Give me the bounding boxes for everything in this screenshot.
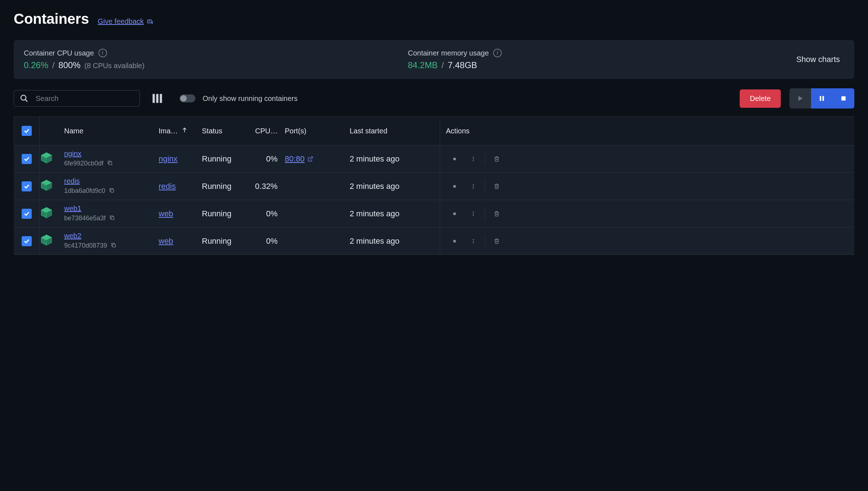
row-more-button[interactable] xyxy=(465,178,482,195)
stop-icon xyxy=(452,211,457,217)
copy-icon xyxy=(107,160,113,166)
divider xyxy=(485,180,485,193)
copy-hash-button[interactable] xyxy=(111,241,116,250)
more-icon xyxy=(470,211,476,217)
svg-rect-4 xyxy=(156,94,158,103)
svg-point-42 xyxy=(473,212,474,213)
bulk-pause-button[interactable] xyxy=(811,88,833,109)
cpu-total: 800% xyxy=(58,60,80,70)
copy-hash-button[interactable] xyxy=(107,159,113,168)
bulk-action-group xyxy=(789,88,854,109)
row-delete-button[interactable] xyxy=(488,205,505,222)
search-box[interactable] xyxy=(14,90,140,107)
bulk-stop-button[interactable] xyxy=(833,88,854,109)
show-charts-button[interactable]: Show charts xyxy=(792,52,844,67)
col-header-ports[interactable]: Port(s) xyxy=(285,127,350,135)
table-row: web2 9c4170d08739 web Running 0% 2 minut… xyxy=(14,227,854,255)
give-feedback-link[interactable]: Give feedback xyxy=(98,17,153,26)
table-row: nginx 6fe9920cb0df nginx Running 0% 80:8… xyxy=(14,145,854,173)
bulk-play-button[interactable] xyxy=(789,88,811,109)
container-hash: be73846e5a3f xyxy=(64,214,106,222)
svg-rect-29 xyxy=(111,189,114,192)
status-value: Running xyxy=(202,182,252,191)
toolbar: Only show running containers Delete xyxy=(14,88,854,109)
container-hash: 6fe9920cb0df xyxy=(64,160,103,167)
col-header-status[interactable]: Status xyxy=(202,127,252,135)
cpu-note: (8 CPUs available) xyxy=(84,62,145,70)
stats-panel: Container CPU usage i 0.26% / 800% (8 CP… xyxy=(14,40,854,79)
cpu-used: 0.26% xyxy=(24,60,48,70)
svg-point-33 xyxy=(473,187,474,189)
container-name-link[interactable]: redis xyxy=(64,177,159,185)
external-link-icon xyxy=(307,156,313,162)
columns-button[interactable] xyxy=(149,90,167,107)
row-checkbox[interactable] xyxy=(22,209,32,219)
port-link[interactable]: 80:80 xyxy=(285,154,313,164)
svg-marker-6 xyxy=(798,96,803,101)
info-icon[interactable]: i xyxy=(493,49,502,57)
check-icon xyxy=(23,127,30,134)
row-delete-button[interactable] xyxy=(488,178,505,195)
svg-rect-9 xyxy=(841,96,846,101)
info-icon[interactable]: i xyxy=(98,49,107,57)
row-checkbox[interactable] xyxy=(22,236,32,246)
row-delete-button[interactable] xyxy=(488,150,505,168)
cpu-value: 0.32% xyxy=(252,182,285,191)
container-name-link[interactable]: web2 xyxy=(64,232,159,240)
col-header-name[interactable]: Name xyxy=(61,127,159,135)
row-more-button[interactable] xyxy=(465,205,482,222)
trash-icon xyxy=(494,238,500,244)
cpu-stat: Container CPU usage i 0.26% / 800% (8 CP… xyxy=(24,49,408,70)
col-header-actions-label: Actions xyxy=(446,127,470,135)
copy-hash-button[interactable] xyxy=(109,213,115,223)
row-stop-button[interactable] xyxy=(446,205,463,222)
image-link[interactable]: web xyxy=(159,209,173,218)
containers-table: Name Ima… Status CPU… Port(s) Last start… xyxy=(14,116,854,255)
svg-rect-8 xyxy=(823,96,824,101)
row-checkbox[interactable] xyxy=(22,154,32,164)
row-delete-button[interactable] xyxy=(488,233,505,250)
stop-icon xyxy=(452,156,457,162)
container-name-link[interactable]: nginx xyxy=(64,150,159,158)
feedback-icon xyxy=(147,18,153,25)
more-icon xyxy=(470,183,476,189)
row-more-button[interactable] xyxy=(465,150,482,168)
divider xyxy=(485,235,485,248)
svg-line-18 xyxy=(310,157,313,159)
started-value: 2 minutes ago xyxy=(350,236,440,246)
sort-asc-icon xyxy=(181,127,188,135)
columns-icon xyxy=(152,94,163,103)
row-stop-button[interactable] xyxy=(446,178,463,195)
svg-point-20 xyxy=(473,157,474,158)
image-link[interactable]: redis xyxy=(159,182,176,191)
container-type-icon xyxy=(40,206,61,222)
svg-point-43 xyxy=(473,213,474,214)
more-icon xyxy=(470,156,476,162)
row-stop-button[interactable] xyxy=(446,150,463,168)
started-value: 2 minutes ago xyxy=(350,182,440,191)
running-only-toggle[interactable] xyxy=(180,94,195,102)
svg-rect-3 xyxy=(152,94,155,103)
give-feedback-label: Give feedback xyxy=(98,17,144,26)
pause-icon xyxy=(818,95,825,102)
image-link[interactable]: nginx xyxy=(159,154,178,164)
container-hash: 1dba6a0fd9c0 xyxy=(64,187,105,195)
started-value: 2 minutes ago xyxy=(350,209,440,218)
copy-hash-button[interactable] xyxy=(109,186,115,195)
select-all-checkbox[interactable] xyxy=(22,126,32,136)
row-more-button[interactable] xyxy=(465,233,482,250)
search-input[interactable] xyxy=(36,94,134,103)
more-icon xyxy=(470,238,476,244)
col-header-image[interactable]: Ima… xyxy=(159,127,202,135)
svg-point-53 xyxy=(473,239,474,240)
col-header-cpu[interactable]: CPU… xyxy=(252,127,285,135)
svg-line-2 xyxy=(25,99,27,102)
cpu-value: 0% xyxy=(252,236,285,246)
delete-button[interactable]: Delete xyxy=(740,89,781,108)
container-name-link[interactable]: web1 xyxy=(64,204,159,213)
stat-separator: / xyxy=(442,60,444,70)
row-stop-button[interactable] xyxy=(446,233,463,250)
image-link[interactable]: web xyxy=(159,236,173,246)
row-checkbox[interactable] xyxy=(22,181,32,191)
col-header-started[interactable]: Last started xyxy=(350,127,440,135)
